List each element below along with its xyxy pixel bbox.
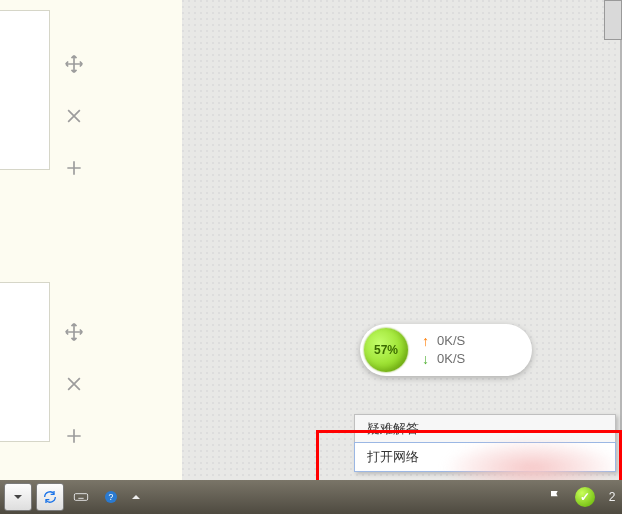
tray-flag-icon[interactable] [542, 484, 568, 510]
thumbnail-card[interactable] [0, 282, 50, 442]
move-icon[interactable] [62, 320, 86, 344]
usage-gauge: 57% [364, 328, 408, 372]
arrow-up-icon: ↑ [422, 332, 429, 350]
speed-readout: ↑ 0K/S ↓ 0K/S [422, 332, 465, 368]
taskbar-keyboard-button[interactable] [68, 484, 94, 510]
plus-icon[interactable] [62, 424, 86, 448]
svg-rect-0 [74, 494, 87, 501]
left-sidebar [0, 0, 182, 480]
close-icon[interactable] [62, 104, 86, 128]
content-area [182, 0, 622, 480]
tray-time: 2 [602, 484, 622, 510]
upload-speed: 0K/S [437, 332, 465, 350]
plus-icon[interactable] [62, 156, 86, 180]
menu-item-faq[interactable]: 疑难解答 [355, 415, 615, 443]
download-speed: 0K/S [437, 350, 465, 368]
close-icon[interactable] [62, 372, 86, 396]
network-speed-widget[interactable]: 57% ↑ 0K/S ↓ 0K/S [360, 324, 532, 376]
svg-text:?: ? [109, 492, 114, 502]
taskbar-sync-button[interactable] [36, 483, 64, 511]
thumbnail-card[interactable] [0, 10, 50, 170]
taskbar: ? ✓ 2 [0, 480, 622, 514]
tray-security-icon[interactable]: ✓ [572, 484, 598, 510]
move-icon[interactable] [62, 52, 86, 76]
taskbar-help-button[interactable]: ? [98, 484, 124, 510]
usage-percent: 57% [374, 343, 398, 357]
taskbar-dropdown-button[interactable] [4, 483, 32, 511]
taskbar-overflow-button[interactable] [128, 484, 144, 510]
arrow-down-icon: ↓ [422, 350, 429, 368]
